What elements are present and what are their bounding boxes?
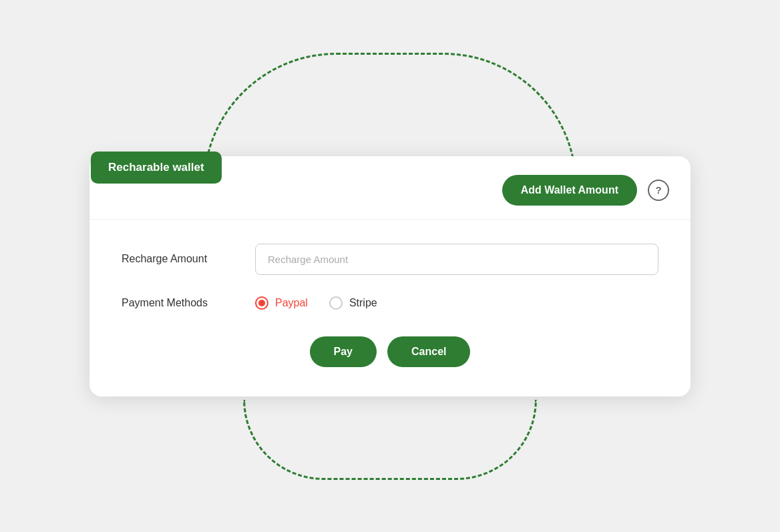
add-wallet-button[interactable]: Add Wallet Amount — [502, 175, 637, 206]
pay-button[interactable]: Pay — [310, 336, 377, 367]
payment-options: Paypal Stripe — [255, 296, 658, 310]
recharge-amount-input[interactable] — [255, 244, 658, 275]
recharge-amount-row: Recharge Amount — [122, 244, 658, 275]
recharable-wallet-badge: Recharable wallet — [91, 152, 222, 184]
card-body: Recharge Amount Payment Methods Paypal S… — [89, 220, 691, 396]
payment-methods-label: Payment Methods — [122, 297, 255, 309]
paypal-option[interactable]: Paypal — [255, 296, 308, 310]
recharge-amount-label: Recharge Amount — [122, 253, 255, 265]
payment-methods-row: Payment Methods Paypal Stripe — [122, 296, 658, 310]
paypal-radio[interactable] — [255, 296, 268, 310]
stripe-label: Stripe — [349, 297, 377, 309]
arc-bottom-decoration — [243, 400, 537, 480]
cancel-button[interactable]: Cancel — [387, 336, 470, 367]
buttons-row: Pay Cancel — [122, 336, 658, 367]
stripe-option[interactable]: Stripe — [329, 296, 377, 310]
stripe-radio[interactable] — [329, 296, 343, 310]
main-card: Add Wallet Amount ? Recharge Amount Paym… — [89, 156, 691, 396]
paypal-label: Paypal — [275, 297, 308, 309]
help-icon[interactable]: ? — [648, 180, 669, 201]
scene: Recharable wallet Add Wallet Amount ? Re… — [36, 39, 744, 493]
